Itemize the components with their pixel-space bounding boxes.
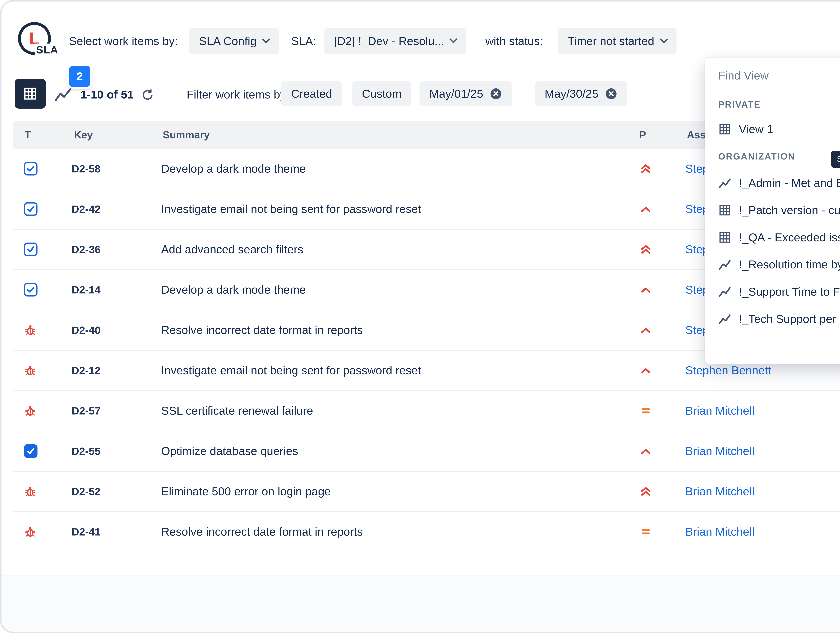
view-menu-item[interactable]: !_QA - Exceeded issues for Testing: [705, 224, 840, 251]
remove-filter-icon[interactable]: [605, 87, 617, 100]
date-to-chip[interactable]: May/30/25: [535, 81, 627, 106]
view-menu-item-private[interactable]: View 1 4: [705, 115, 840, 143]
table-row[interactable]: D2-52Eliminate 500 error on login pageBr…: [13, 471, 840, 512]
created-filter-button[interactable]: Created: [281, 81, 342, 106]
logo-text: SLA: [35, 44, 59, 56]
view-name: !_Support Time to First response: [739, 285, 840, 298]
save-row: Save as new View: [705, 332, 840, 364]
line-chart-icon: [54, 86, 72, 102]
custom-filter-button[interactable]: Custom: [352, 81, 412, 106]
table-view-toggle[interactable]: [14, 79, 46, 108]
priority-highest-icon: [625, 485, 666, 497]
with-status-label: with status:: [485, 35, 543, 48]
sla-config-dropdown[interactable]: SLA Config: [189, 28, 279, 54]
organization-section-label: ORGANIZATION: [705, 143, 840, 169]
assignee-link[interactable]: Brian Mitchell: [666, 445, 840, 458]
bug-type-icon: [13, 525, 59, 538]
issue-summary[interactable]: SSL certificate renewal failure: [148, 404, 625, 417]
find-view-placeholder: Find View: [718, 69, 769, 82]
view-name: !_Admin - Met and Exceeded for Month: [739, 176, 840, 190]
issue-key[interactable]: D2-57: [59, 405, 148, 417]
view-menu-item[interactable]: !_Resolution time by Developers: [705, 251, 840, 278]
priority-highest-icon: [625, 163, 666, 175]
issue-key[interactable]: D2-36: [59, 243, 148, 255]
view-name: !_Tech Support per Complexity: [739, 312, 840, 326]
issue-key[interactable]: D2-40: [59, 324, 148, 336]
issue-summary[interactable]: Develop a dark mode theme: [148, 162, 625, 175]
priority-medium-icon: [625, 405, 666, 417]
issue-summary[interactable]: Investigate email not being sent for pas…: [148, 203, 625, 216]
select-view-panel: Find View PRIVATE View 1 4: [705, 57, 840, 364]
task-type-icon: [13, 242, 59, 256]
assignee-link[interactable]: Stephen Bennett: [666, 364, 840, 377]
view-menu-item[interactable]: !_Support Time to First response: [705, 278, 840, 305]
sla-config-value: SLA Config: [199, 35, 257, 48]
date-from-chip[interactable]: May/01/25: [420, 81, 512, 106]
view-name: !_Resolution time by Developers: [739, 258, 840, 271]
view-name: !_QA - Exceeded issues for Testing: [739, 231, 840, 244]
status-filter-value: Timer not started: [568, 35, 654, 48]
sla-label: SLA:: [291, 35, 316, 48]
issue-summary[interactable]: Develop a dark mode theme: [148, 283, 625, 296]
app-logo: L SLA: [18, 22, 59, 62]
bug-type-icon: [13, 364, 59, 377]
refresh-icon[interactable]: [142, 89, 154, 101]
assignee-link[interactable]: Brian Mitchell: [666, 404, 840, 417]
issue-key[interactable]: D2-12: [59, 364, 148, 377]
table-icon: [718, 123, 731, 136]
issue-summary[interactable]: Add advanced search filters: [148, 243, 625, 256]
assignee-link[interactable]: Brian Mitchell: [666, 485, 840, 498]
priority-high-icon: [625, 364, 666, 377]
created-label: Created: [291, 87, 332, 100]
private-section-label: PRIVATE: [705, 94, 840, 115]
issue-key[interactable]: D2-42: [59, 203, 148, 215]
table-row[interactable]: D2-41Resolve incorrect date format in re…: [13, 512, 840, 552]
issue-key[interactable]: D2-14: [59, 283, 148, 296]
private-view-name: View 1: [739, 123, 773, 136]
issue-key[interactable]: D2-52: [59, 485, 148, 497]
chevron-down-icon: [262, 35, 270, 43]
col-header-type[interactable]: T: [25, 129, 31, 141]
custom-label: Custom: [362, 87, 401, 100]
grid-icon: [23, 86, 38, 101]
view-menu-item[interactable]: !_Patch version - current sprint: [705, 197, 840, 224]
chart-icon: [718, 312, 731, 325]
issue-summary[interactable]: Optimize database queries: [148, 445, 625, 458]
table-row[interactable]: D2-55Optimize database queriesBrian Mitc…: [13, 431, 840, 471]
chart-icon: [718, 258, 731, 271]
task-type-icon: [13, 202, 59, 216]
col-header-summary[interactable]: Summary: [163, 129, 210, 141]
view-menu-item[interactable]: !_Tech Support per Complexity: [705, 305, 840, 332]
task-type-icon: [13, 283, 59, 297]
table-icon: [718, 231, 731, 244]
issue-summary[interactable]: Resolve incorrect date format in reports: [148, 525, 625, 538]
find-view-input[interactable]: Find View: [705, 57, 840, 94]
chart-icon: [718, 285, 731, 298]
issue-key[interactable]: D2-58: [59, 163, 148, 175]
chevron-down-icon: [660, 35, 668, 43]
table-row[interactable]: D2-57SSL certificate renewal failureBria…: [13, 391, 840, 431]
view-menu-item[interactable]: !_Admin - Met and Exceeded for Month: [705, 169, 840, 197]
assignee-link[interactable]: Brian Mitchell: [666, 525, 840, 538]
remove-filter-icon[interactable]: [490, 87, 502, 100]
select-work-items-label: Select work items by:: [69, 35, 178, 48]
col-header-key[interactable]: Key: [74, 129, 93, 141]
issue-key[interactable]: D2-41: [59, 525, 148, 538]
issue-summary[interactable]: Investigate email not being sent for pas…: [148, 364, 625, 377]
issue-key[interactable]: D2-55: [59, 445, 148, 457]
schedule-tooltip: Schedule this report view for email deli…: [831, 150, 840, 168]
date-from-value: May/01/25: [429, 87, 483, 100]
issue-summary[interactable]: Eliminate 500 error on login page: [148, 485, 625, 498]
sla-select-dropdown[interactable]: [D2] !_Dev - Resolu...: [324, 28, 466, 54]
table-icon: [718, 204, 731, 217]
bug-type-icon: [13, 324, 59, 337]
status-filter-dropdown[interactable]: Timer not started: [558, 28, 677, 54]
chart-icon: [718, 177, 731, 190]
issue-summary[interactable]: Resolve incorrect date format in reports: [148, 323, 625, 337]
results-range: 1-10 of 51: [81, 88, 134, 101]
view-name: !_Patch version - current sprint: [739, 204, 840, 217]
date-to-value: May/30/25: [545, 87, 598, 100]
sla-report-app: L SLA Select work items by: SLA Config S…: [0, 0, 840, 633]
chevron-down-icon: [449, 35, 458, 43]
col-header-priority[interactable]: P: [639, 129, 646, 141]
